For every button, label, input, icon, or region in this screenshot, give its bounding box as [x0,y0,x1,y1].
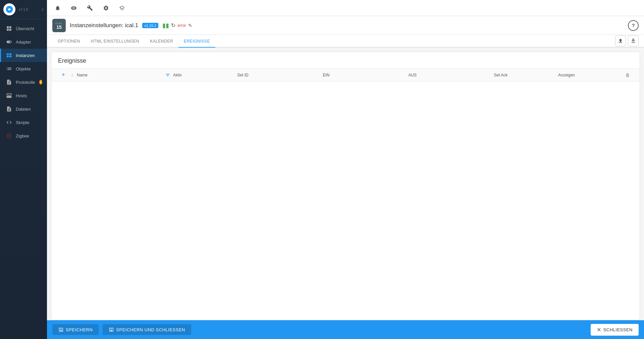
sidebar: v7.1.5 ‹ Übersicht Adapter Instanzen [0,0,47,339]
events-panel: Ereignisse + ↕ Name Aktiv Set ID EIN AUS… [51,52,640,320]
svg-point-1 [8,8,10,10]
sort-icon: ↕ [69,73,75,77]
zigbee-icon [6,132,12,139]
panel-title: Ereignisse [51,52,640,69]
col-header-aktiv: Aktiv [173,73,237,77]
svg-rect-3 [9,53,12,55]
tools-button[interactable] [85,3,95,13]
status-controls: ▮▮ ↻ error ✎ [162,22,192,29]
hosts-icon [6,92,12,99]
upload-button[interactable] [615,36,626,46]
logs-icon [6,79,12,86]
tab-optionen[interactable]: OPTIONEN [52,35,86,48]
save-button[interactable]: SPEICHERN [52,324,99,335]
close-label: SCHLIESSEN [603,327,633,332]
grid-icon [6,25,12,32]
tab-kalender[interactable]: KALENDER [145,35,178,48]
app-logo [3,3,15,15]
col-header-ein: EIN [323,73,408,77]
pause-button[interactable]: ▮▮ [162,22,169,29]
content-area: ical 15 Instanzeinstellungen: ical.1 v1.… [47,16,644,320]
sidebar-nav: Übersicht Adapter Instanzen Objekte Prot [0,19,47,339]
adapter-icon [6,39,12,45]
table-header: + ↕ Name Aktiv Set ID EIN AUS Set Ack An… [51,69,640,81]
svg-rect-5 [9,56,12,57]
sidebar-item-hosts[interactable]: Hosts [0,89,47,102]
collapse-sidebar-button[interactable]: ‹ [42,6,44,12]
save-close-label: SPEICHERN UND SCHLIESSEN [116,327,185,332]
visibility-button[interactable] [68,3,79,13]
protokolle-badge: ! [39,80,42,84]
main-area: ical 15 Instanzeinstellungen: ical.1 v1.… [47,0,644,339]
save-label: SPEICHERN [66,327,93,332]
col-header-anzeigen: Anzeigen [558,73,622,77]
sidebar-item-zigbee[interactable]: Zigbee [0,129,47,143]
instance-version: v1.16.1 [142,23,158,28]
tab-ereignisse[interactable]: EREIGNISSE [178,35,215,48]
add-row-button[interactable]: + [58,71,69,78]
col-header-aus: AUS [408,73,494,77]
instance-icon: ical 15 [52,19,66,32]
tab-actions [615,35,639,47]
col-header-setack: Set Ack [494,73,558,77]
help-section: ? [628,20,639,31]
settings-button[interactable] [101,3,111,13]
download-button[interactable] [628,36,639,46]
svg-point-6 [9,135,10,136]
instance-title: Instanzeinstellungen: ical.1 [70,22,138,29]
tabs-bar: OPTIONEN HTML EINSTELLUNGEN KALENDER ERE… [47,35,644,48]
instances-icon [6,52,12,59]
close-button[interactable]: ✕ SCHLIESSEN [591,324,639,336]
sidebar-item-instanzen[interactable]: Instanzen [0,49,47,62]
notifications-button[interactable] [52,3,63,13]
filter-button[interactable] [162,72,173,78]
save-close-button[interactable]: SPEICHERN UND SCHLIESSEN [103,324,191,335]
edit-button[interactable]: ✎ [188,23,192,28]
instance-header: ical 15 Instanzeinstellungen: ical.1 v1.… [47,16,644,35]
app-version: v7.1.5 [17,8,42,11]
col-header-setid: Set ID [237,73,323,77]
sidebar-header: v7.1.5 ‹ [0,0,47,19]
sidebar-item-dateien[interactable]: Dateien [0,102,47,116]
svg-rect-2 [7,53,9,55]
sidebar-item-objekte[interactable]: Objekte [0,62,47,75]
refresh-button[interactable]: ↻ [171,22,175,29]
help-button[interactable]: ? [628,20,639,31]
tab-html-einstellungen[interactable]: HTML EINSTELLUNGEN [86,35,145,48]
error-status: error [177,23,186,28]
files-icon [6,106,12,112]
col-header-delete [622,72,633,78]
top-toolbar [47,0,644,16]
sidebar-item-protokolle[interactable]: Protokolle ! [0,75,47,89]
sidebar-item-adapter[interactable]: Adapter [0,35,47,49]
sidebar-item-skripte[interactable]: Skripte [0,116,47,129]
scripts-icon [6,119,12,126]
col-header-name: Name [75,73,162,77]
calendar-day-number: 15 [56,25,62,30]
education-button[interactable] [117,3,127,13]
objects-icon [6,65,12,72]
sidebar-item-ubersicht[interactable]: Übersicht [0,22,47,35]
svg-rect-4 [7,56,9,57]
bottom-bar: SPEICHERN SPEICHERN UND SCHLIESSEN ✕ SCH… [47,320,644,339]
